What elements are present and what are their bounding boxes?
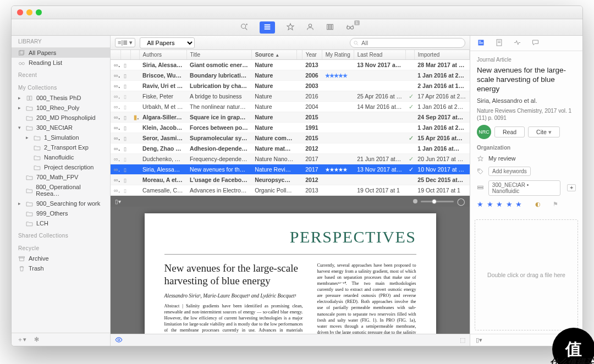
keywords-row[interactable]: Add keywords	[477, 167, 576, 176]
link-icon: ∞	[114, 145, 120, 152]
search-box[interactable]	[350, 38, 465, 48]
sidebar-collection[interactable]: 700_Math_FPV	[12, 172, 110, 182]
cell-year: 2017	[302, 164, 322, 175]
settings-gear-icon[interactable]: ✻	[34, 336, 39, 343]
column-header[interactable]: Imported	[414, 50, 469, 60]
column-header[interactable]	[111, 50, 120, 60]
table-row[interactable]: ∞▯Siria, Alessandro…New avenues for the …	[111, 164, 470, 175]
book-icon	[26, 95, 33, 101]
cell-source: Nature	[251, 70, 296, 81]
sidebar-archive[interactable]: Archive	[12, 253, 110, 263]
doc-icon: ▯	[124, 63, 127, 68]
column-header[interactable]: Title	[186, 50, 251, 60]
sidebar-trash[interactable]: Trash	[12, 263, 110, 273]
disclosure-triangle[interactable]: ▸	[18, 105, 23, 111]
person-icon[interactable]	[306, 23, 315, 32]
sidebar-all-papers[interactable]: All Papers	[12, 48, 110, 58]
cell-imported: 25 Dec 2015 at…	[414, 175, 469, 185]
cell-rating	[322, 144, 354, 154]
eye-icon[interactable]	[115, 336, 123, 345]
cell-authors: Dudchenko, Alex…	[139, 154, 186, 164]
table-row[interactable]: ∞▯Dudchenko, Alex…Frequency-dependent s……	[111, 154, 470, 164]
sidebar-subcollection[interactable]: Nanofluidic	[12, 152, 110, 162]
column-header[interactable]	[120, 50, 130, 60]
table-row[interactable]: ∞▯Seror, Jasmine…Supramolecular syner…Na…	[111, 133, 470, 144]
read-button[interactable]: Read	[494, 126, 525, 137]
column-header[interactable]: Year	[302, 50, 322, 60]
tab-notes-icon[interactable]	[495, 38, 503, 48]
cell-rating	[322, 102, 354, 112]
collection-filter-dropdown[interactable]: All Papers	[140, 37, 195, 48]
star-icon[interactable]	[286, 23, 295, 32]
pdf-page-icon[interactable]: ▯▾	[115, 198, 121, 205]
sidebar-collection[interactable]: LCH	[12, 218, 110, 228]
table-row[interactable]: ∞▯Klein, Jacob et…Forces between polym…N…	[111, 123, 470, 133]
column-header[interactable]	[296, 50, 302, 60]
color-dot-icon[interactable]: ◐	[535, 201, 541, 208]
sidebar-collection[interactable]: ▾300_NECtAR	[12, 123, 110, 133]
disclosure-triangle[interactable]: ▾	[18, 125, 23, 130]
add-collection-button[interactable]: +	[567, 184, 576, 191]
sidebar-collection[interactable]: ▸900_Searching for work	[12, 198, 110, 208]
window-minimize-button[interactable]	[26, 9, 32, 15]
table-row[interactable]: ∞▯Siria, Alessandro…Giant osmotic energy…	[111, 60, 470, 70]
cell-title: New avenues for the lar…	[186, 164, 251, 175]
table-row[interactable]: ∞▯▮Algara-Siller, G…Square ice in graphe…	[111, 112, 470, 123]
cite-button[interactable]: Cite	[528, 126, 560, 137]
table-row[interactable]: ∞▯Moreau, A et al.L'usage de Facebook e……	[111, 175, 470, 185]
collection-row[interactable]: 300_NECtAR • Nanofluidic+	[477, 180, 576, 196]
cell-authors: Briscoe, Wuge…	[139, 70, 186, 81]
sidebar-collection[interactable]: ▸000_Thesis PhD	[12, 93, 110, 103]
column-header[interactable]: My Rating	[322, 50, 354, 60]
column-header[interactable]	[405, 50, 414, 60]
sidebar-collection[interactable]: 200_MD Phospholipid	[12, 113, 110, 123]
view-mode-toggle[interactable]: ≡|≣ ▾	[115, 38, 135, 47]
tab-activity-icon[interactable]	[513, 38, 521, 48]
search-input[interactable]	[361, 40, 460, 46]
sidebar-subcollection[interactable]: Project description	[12, 162, 110, 172]
lock-icon[interactable]: ⬚	[460, 337, 465, 344]
add-button[interactable]: ＋▾	[17, 335, 26, 344]
file-dropzone[interactable]: Double click or drag a file here	[475, 219, 578, 330]
disclosure-triangle[interactable]: ▸	[26, 135, 30, 140]
pdf-zoom-slider[interactable]: ◯	[413, 197, 465, 206]
rating-stars[interactable]: ★ ★ ★ ★ ★	[477, 200, 522, 208]
keywords-placeholder[interactable]: Add keywords	[488, 167, 531, 176]
tab-comments-icon[interactable]	[531, 38, 540, 48]
cell-title: L'usage de Facebook e…	[186, 175, 251, 185]
table-row[interactable]: ∞▯Fiske, PeterA bridge to businessNature…	[111, 91, 470, 102]
disclosure-triangle[interactable]: ▸	[18, 95, 23, 101]
table-row[interactable]: ∞▯Raviv, Uri et al.Lubrication by charge…	[111, 81, 470, 91]
collection-tag[interactable]: 300_NECtAR • Nanofluidic	[488, 180, 560, 196]
column-header[interactable]: Last Read	[354, 50, 405, 60]
view-list-icon[interactable]	[260, 21, 275, 34]
flag-icon[interactable]: ⚑	[553, 201, 558, 208]
search-plus-icon[interactable]	[240, 23, 249, 32]
column-header[interactable]: Source ▲	[251, 50, 296, 60]
sidebar-subcollection[interactable]: 2_Transport Exp	[12, 142, 110, 152]
doc-icon: ▯	[124, 178, 127, 183]
window-close-button[interactable]	[17, 9, 23, 15]
pdf-preview[interactable]: PERSPECTIVES New avenues for the large-s…	[111, 207, 470, 334]
disclosure-triangle[interactable]: ▸	[18, 201, 23, 206]
reading-glasses-icon[interactable]: 1	[345, 23, 354, 32]
window-zoom-button[interactable]	[36, 9, 42, 15]
table-row[interactable]: ∞▯Briscoe, Wuge…Boundary lubrication u…N…	[111, 70, 470, 81]
column-header[interactable]	[130, 50, 139, 60]
table-row[interactable]: ∞▯Urbakh, M et al.The nonlinear nature o…	[111, 102, 470, 112]
link-icon: ∞	[114, 72, 120, 79]
table-row[interactable]: ∞▯Deng, Zhao et al.Adhesion-dependent n……	[111, 144, 470, 154]
table-row[interactable]: ∞▯Camesalle, ClauAdvances in Electrokine…	[111, 185, 470, 196]
sidebar-collection[interactable]: 999_Others	[12, 208, 110, 218]
file-icon[interactable]: ▯▾	[476, 337, 482, 344]
tab-info-icon[interactable]	[477, 38, 485, 48]
books-icon[interactable]	[326, 23, 334, 32]
sidebar-subcollection[interactable]: ▸1_Simulation	[12, 133, 110, 142]
sidebar-collection[interactable]: 800_Operational Resea…	[12, 182, 110, 198]
sidebar-collection[interactable]: ▸100_Rheo_Poly	[12, 103, 110, 113]
review-row[interactable]: My review	[477, 155, 576, 162]
sidebar-reading-list[interactable]: Reading List	[12, 58, 110, 68]
doc-icon: ▯	[124, 146, 127, 152]
folder-icon	[26, 174, 33, 180]
column-header[interactable]: Authors	[139, 50, 186, 60]
